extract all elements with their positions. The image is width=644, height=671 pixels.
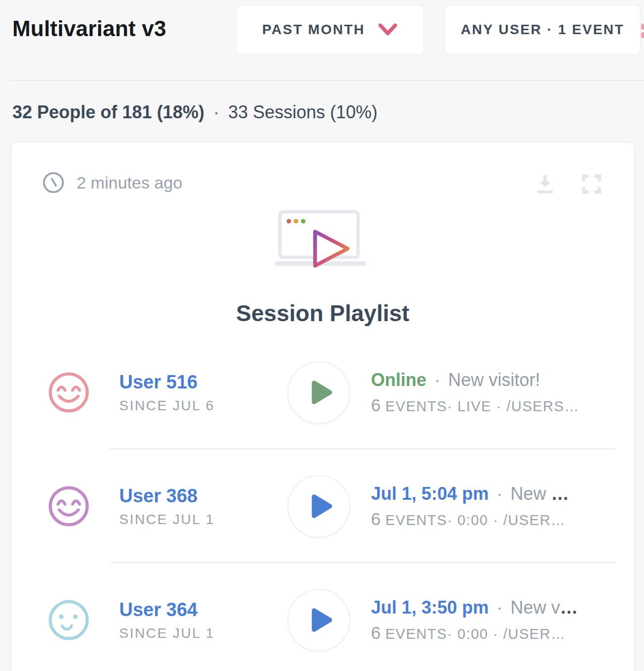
fullscreen-button[interactable] xyxy=(580,172,603,196)
session-status: Online · New visitor! 6 EVENTS· LIVE · /… xyxy=(371,370,579,415)
session-playlist-card: 2 minutes ago xyxy=(11,142,635,671)
status-separator: · xyxy=(489,597,510,618)
download-icon xyxy=(533,172,557,196)
detail-text: EVENTS· LIVE · /USERS… xyxy=(380,398,579,414)
user-link[interactable]: User 364 xyxy=(119,599,197,621)
page-title: Multivariant v3 xyxy=(12,16,166,41)
happy-face-icon xyxy=(48,485,90,527)
session-list: User 516 SINCE JUL 6 Online · New visito… xyxy=(11,336,634,671)
happy-face-icon xyxy=(48,372,90,413)
session-time: Jul 1, 3:50 pm xyxy=(371,597,489,618)
play-session-button[interactable] xyxy=(287,361,350,424)
window-dot-orange xyxy=(294,219,298,223)
funnel-stats: 32 People of 181 (18%) · 33 Sessions (10… xyxy=(12,102,377,123)
last-updated: 2 minutes ago xyxy=(42,171,183,194)
time-range-filter-button[interactable]: PAST MONTH xyxy=(235,4,424,55)
sessions-stat: 33 Sessions (10%) xyxy=(228,102,377,123)
status-separator: · xyxy=(426,370,448,390)
events-count: 6 xyxy=(371,623,380,642)
play-icon xyxy=(306,491,336,522)
cropped-control-fragment xyxy=(641,24,644,39)
stats-separator: · xyxy=(213,102,219,123)
user-event-filter-label: ANY USER · 1 EVENT xyxy=(461,22,625,38)
user-avatar xyxy=(48,372,90,413)
session-time: Online xyxy=(371,370,426,390)
playlist-heading: Session Playlist xyxy=(11,300,634,327)
events-count: 6 xyxy=(371,509,380,528)
fullscreen-icon xyxy=(580,172,603,196)
session-detail: 6 EVENTS· 0:00 · /USER… xyxy=(371,623,578,643)
clock-icon xyxy=(42,171,65,194)
user-link[interactable]: User 516 xyxy=(119,372,197,393)
session-list-item[interactable]: User 516 SINCE JUL 6 Online · New visito… xyxy=(11,336,634,449)
smirk-face-icon xyxy=(48,599,90,641)
session-detail: 6 EVENTS· LIVE · /USERS… xyxy=(371,395,579,415)
detail-text: EVENTS· 0:00 · /USER… xyxy=(380,626,566,642)
session-note-ellipsis: … xyxy=(551,483,569,504)
user-link[interactable]: User 368 xyxy=(119,485,197,507)
user-since-label: SINCE JUL 1 xyxy=(119,625,287,641)
session-status: Jul 1, 5:04 pm · New … 6 EVENTS· 0:00 · … xyxy=(371,483,569,529)
session-detail: 6 EVENTS· 0:00 · /USER… xyxy=(371,509,569,529)
play-session-button[interactable] xyxy=(287,589,350,652)
play-icon xyxy=(306,605,336,635)
session-list-item[interactable]: User 364 SINCE JUL 1 Jul 1, 3:50 pm · Ne… xyxy=(11,563,634,671)
chevron-down-icon xyxy=(378,22,398,37)
user-event-filter-button[interactable]: ANY USER · 1 EVENT xyxy=(444,4,641,55)
session-list-item[interactable]: User 368 SINCE JUL 1 Jul 1, 5:04 pm · Ne… xyxy=(11,449,634,563)
status-separator: · xyxy=(489,483,510,504)
session-note: New xyxy=(510,483,551,504)
download-button[interactable] xyxy=(533,172,557,196)
session-note: New visitor! xyxy=(448,370,540,390)
detail-text: EVENTS· 0:00 · /USER… xyxy=(380,512,566,528)
events-count: 6 xyxy=(371,395,380,415)
user-since-label: SINCE JUL 6 xyxy=(119,398,287,414)
window-dot-green xyxy=(301,219,305,223)
window-dot-red xyxy=(286,219,291,223)
session-note: New v xyxy=(510,597,560,618)
session-replay-illustration xyxy=(273,210,373,272)
time-range-filter-label: PAST MONTH xyxy=(262,22,365,38)
user-avatar xyxy=(48,485,90,527)
session-status: Jul 1, 3:50 pm · New v… 6 EVENTS· 0:00 ·… xyxy=(371,597,578,643)
session-note-ellipsis: … xyxy=(560,597,578,618)
people-stat: 32 People of 181 (18%) xyxy=(12,102,204,123)
play-icon xyxy=(306,377,336,408)
user-since-label: SINCE JUL 1 xyxy=(119,512,287,527)
last-updated-label: 2 minutes ago xyxy=(77,173,183,192)
session-time: Jul 1, 5:04 pm xyxy=(371,483,489,504)
play-session-button[interactable] xyxy=(287,475,350,538)
user-avatar xyxy=(48,599,90,641)
header-divider xyxy=(10,80,644,81)
